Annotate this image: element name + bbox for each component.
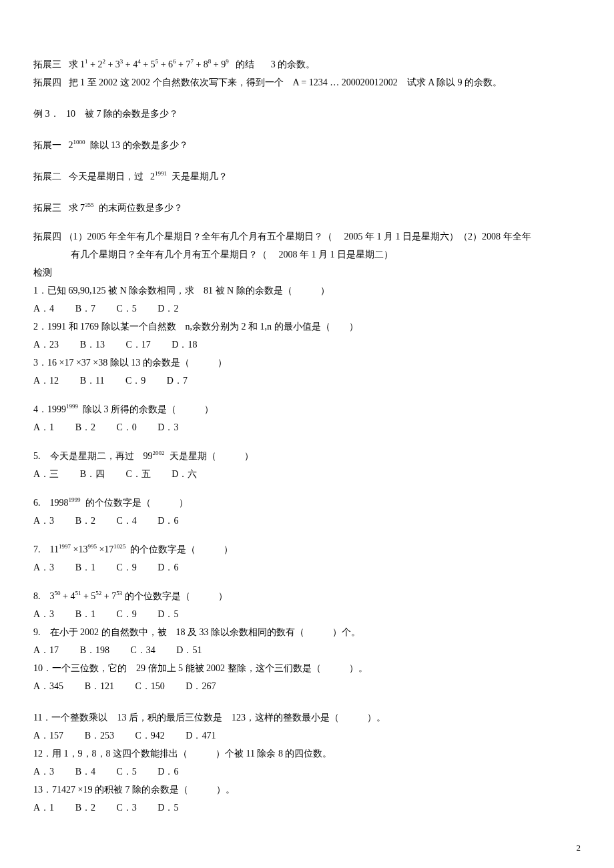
post: 除以 3 所得的余数是（ ） [83,404,214,414]
t3: 试求 A 除以 9 的余数。 [407,77,502,87]
pre: 5. 今天是星期二，再过 99 [33,451,153,461]
pre: 8. 3 [33,591,55,601]
q10-stem: 10．一个三位数，它的 29 倍加上 5 能被 2002 整除，这个三们数是（ … [33,661,581,675]
label: 拓展四 [33,77,61,87]
base: 2 [150,171,155,181]
tuozhan-4b-line1: 拓展四 （1）2005 年全年有几个星期日？全年有几个月有五个星期日？（ 200… [33,230,581,244]
opt-a: A．三 [33,467,59,481]
t: （1）2005 年全年有几个星期日？全年有几个月有五个星期日？（ [64,232,333,242]
e1: 50 [55,590,61,596]
t1: 把 1 至 2002 这 2002 个自然数依次写下来，得到一个 [69,77,284,87]
pre: 求 [69,59,78,69]
opt-d: D．六 [172,467,197,481]
q5-options: A．三 B．四 C．五 D．六 [33,467,581,481]
opt-c: C．0 [116,420,136,434]
page-number: 2 [33,841,581,855]
q4-options: A．1 B．2 C．0 D．3 [33,420,581,434]
q3-options: A．12 B．11 C．9 D．7 [33,374,581,388]
q10-options: A．345 B．121 C．150 D．267 [33,679,581,693]
e2: 51 [75,590,81,596]
opt-a: A．3 [33,560,54,574]
q1-options: A．4 B．7 C．5 D．2 [33,302,581,316]
pre: 6. 1998 [33,498,69,508]
exp: 1991 [155,170,167,177]
opt-a: A．1 [33,801,54,815]
q5-stem: 5. 今天是星期二，再过 992002 天是星期（ ） [33,449,581,463]
opt-c: C．3 [116,801,136,815]
jiance-heading: 检测 [33,266,581,280]
opt-c: C．9 [116,607,136,621]
opt-a: A．12 [33,374,59,388]
post: 的个位数字是（ ） [85,498,188,508]
opt-a: A．17 [33,643,59,657]
e2: 995 [87,543,97,550]
opt-d: D．6 [158,560,178,574]
q6-options: A．3 B．2 C．4 D．6 [33,514,581,528]
opt-b: B．2 [75,420,95,434]
opt-c: C．4 [116,514,136,528]
q11-options: A．157 B．253 C．942 D．471 [33,729,581,743]
q2-stem: 2．1991 和 1769 除以某一个自然数 n,余数分别为 2 和 1,n 的… [33,320,581,334]
label: 拓展一 [33,140,61,150]
opt-b: B．四 [80,467,105,481]
t: 2008 年 1 月 1 日是星期二） [279,250,394,260]
opt-c: C．9 [125,374,145,388]
opt-d: D．51 [176,643,202,657]
tuozhan-3b: 拓展三 求 7355 的末两位数是多少？ [33,201,581,215]
opt-d: D．18 [172,338,197,352]
opt-a: A．4 [33,302,54,316]
opt-d: D．6 [158,514,178,528]
q9-options: A．17 B．198 C．34 D．51 [33,643,581,657]
m1: + 4 [63,591,75,601]
q8-stem: 8. 350 + 451 + 552 + 753 的个位数字是（ ） [33,589,581,603]
q6-stem: 6. 19981999 的个位数字是（ ） [33,496,581,510]
opt-b: B．11 [80,374,105,388]
opt-c: C．5 [116,765,136,779]
t: 有几个星期日？全年有几个月有五个星期日？（ [71,250,267,260]
opt-d: D．2 [158,302,178,316]
pre: 7. 11 [33,544,59,554]
q3-stem: 3．16 ×17 ×37 ×38 除以 13 的余数是（ ） [33,356,581,370]
opt-c: C．5 [116,302,136,316]
q7-stem: 7. 111997 ×13995 ×171025 的个位数字是（ ） [33,542,581,556]
tuozhan-1b: 拓展一 21000 除以 13 的余数是多少？ [33,138,581,152]
example-3: 例 3． 10 被 7 除的余数是多少？ [33,107,581,121]
opt-a: A．3 [33,514,54,528]
exp: 1999 [69,496,81,503]
opt-b: B．121 [85,679,114,693]
opt-b: B．1 [75,607,95,621]
post: 的个位数字是（ ） [125,591,228,601]
q13-stem: 13．71427 ×19 的积被 7 除的余数是（ ）。 [33,783,581,797]
opt-d: D．6 [158,765,178,779]
tuozhan-3: 拓展三 求 11 + 22 + 33 + 44 + 55 + 66 + 77 +… [33,57,581,71]
opt-c: C．9 [116,560,136,574]
q9-stem: 9. 在小于 2002 的自然数中，被 18 及 33 除以余数相同的数有（ ）… [33,625,581,639]
m2: + 5 [83,591,95,601]
post: 的个位数字是（ ） [130,544,233,554]
q7-options: A．3 B．1 C．9 D．6 [33,560,581,574]
opt-b: B．1 [75,560,95,574]
text: 除以 13 的余数是多少？ [90,140,188,150]
opt-d: D．5 [158,607,178,621]
opt-b: B．198 [80,643,109,657]
opt-a: A．3 [33,765,54,779]
base: 2 [69,140,73,150]
text: 的末两位数是多少？ [99,203,183,213]
e3: 1025 [113,543,125,550]
opt-a: A．3 [33,607,54,621]
opt-a: A．1 [33,420,54,434]
e4: 53 [116,590,122,596]
tuozhan-4b-line2: 有几个星期日？全年有几个月有五个星期日？（ 2008 年 1 月 1 日是星期二… [33,248,581,262]
opt-b: B．4 [75,765,95,779]
exp: 1999 [66,403,78,410]
m1: ×13 [73,544,87,554]
opt-a: A．23 [33,338,59,352]
pre: 4．1999 [33,404,66,414]
e3: 52 [95,590,101,596]
opt-b: B．2 [75,801,95,815]
exp: 1000 [73,139,85,145]
text: 10 被 7 除的余数是多少？ [66,109,178,119]
expr: 11 + 22 + 33 + 44 + 55 + 66 + 77 + 88 + … [80,59,229,69]
opt-d: D．5 [158,801,178,815]
tuozhan-2b: 拓展二 今天是星期日，过 21991 天是星期几？ [33,169,581,183]
